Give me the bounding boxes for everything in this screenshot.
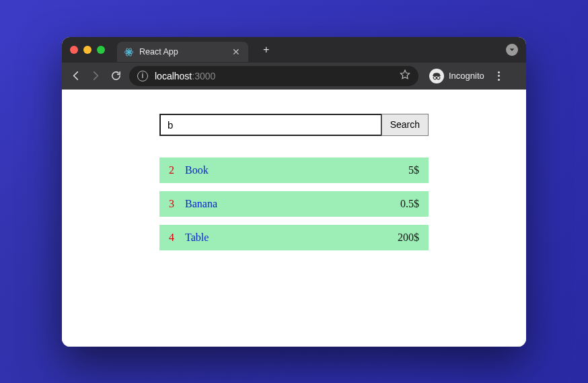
page-content: Search 2 Book 5$ 3 Banana 0.5$ 4 Table 2… [62, 90, 526, 347]
list-item: 3 Banana 0.5$ [159, 191, 429, 217]
address-bar[interactable]: i localhost:3000 [129, 66, 418, 86]
svg-point-0 [128, 51, 130, 53]
maximize-window-button[interactable] [97, 46, 105, 54]
back-button[interactable] [69, 69, 82, 83]
svg-point-5 [437, 76, 439, 79]
close-tab-button[interactable]: ✕ [231, 46, 242, 57]
item-id: 2 [169, 164, 185, 176]
item-id: 3 [169, 198, 185, 210]
incognito-label: Incognito [449, 71, 484, 81]
item-name: Table [185, 232, 398, 244]
item-name: Banana [185, 198, 400, 210]
item-price: 200$ [398, 232, 419, 244]
browser-window: React App ✕ + i localhost:3000 [62, 37, 526, 347]
list-item: 4 Table 200$ [159, 225, 429, 250]
incognito-icon [429, 69, 444, 83]
search-row: Search [159, 114, 429, 136]
titlebar: React App ✕ + [62, 37, 526, 63]
item-price: 0.5$ [400, 198, 419, 210]
close-window-button[interactable] [70, 46, 78, 54]
forward-button[interactable] [89, 69, 102, 83]
url-port: :3000 [192, 71, 215, 81]
reload-button[interactable] [109, 69, 122, 83]
url-host: localhost [155, 71, 192, 81]
react-icon [124, 47, 134, 57]
item-name: Book [185, 164, 408, 176]
results-list: 2 Book 5$ 3 Banana 0.5$ 4 Table 200$ [159, 158, 429, 250]
tab-title: React App [139, 47, 225, 57]
bookmark-star-icon[interactable] [400, 69, 410, 82]
tabs-menu-button[interactable] [506, 44, 518, 56]
url-text: localhost:3000 [155, 71, 215, 81]
traffic-lights [70, 46, 105, 54]
item-price: 5$ [408, 164, 419, 176]
browser-tab[interactable]: React App ✕ [117, 42, 248, 62]
new-tab-button[interactable]: + [258, 44, 274, 56]
svg-point-4 [433, 76, 436, 79]
item-id: 4 [169, 232, 185, 244]
site-info-icon[interactable]: i [137, 71, 148, 81]
minimize-window-button[interactable] [83, 46, 91, 54]
list-item: 2 Book 5$ [159, 158, 429, 183]
toolbar: i localhost:3000 Incognito [62, 63, 526, 90]
search-input[interactable] [159, 114, 382, 136]
search-button[interactable]: Search [381, 114, 429, 136]
browser-menu-button[interactable] [495, 71, 503, 81]
incognito-indicator[interactable]: Incognito [425, 69, 488, 83]
